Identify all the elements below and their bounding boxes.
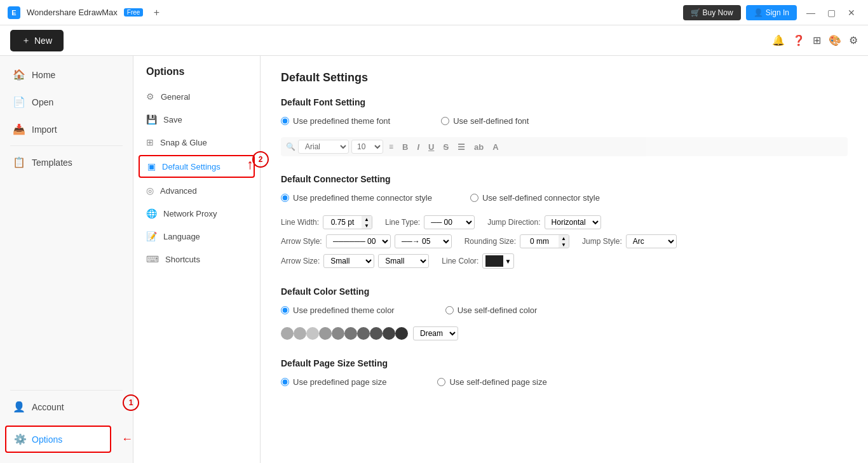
connector-radio-predefined[interactable]: Use predefined theme connector style — [281, 193, 432, 203]
options-advanced[interactable]: ◎ Advanced — [133, 179, 260, 202]
sidebar-item-account[interactable]: 👤 Account — [0, 393, 133, 420]
rounding-size-input[interactable]: 0 mm ▲ ▼ — [520, 234, 569, 248]
page-size-radio-predefined[interactable]: Use predefined page size — [281, 377, 386, 387]
page-size-radio-self-defined-input[interactable] — [437, 378, 445, 386]
minimize-button[interactable]: — — [802, 4, 820, 22]
color-section-title: Default Color Setting — [281, 286, 848, 297]
color-radio-predefined[interactable]: Use predefined theme color — [281, 305, 395, 315]
options-general[interactable]: ⚙ General — [133, 85, 260, 108]
sidebar-item-import[interactable]: 📥 Import — [0, 116, 133, 143]
default-settings-label: Default Settings — [162, 162, 220, 171]
color-radio2-label: Use self-defined color — [458, 305, 538, 315]
page-size-radio-predefined-input[interactable] — [281, 378, 289, 386]
close-button[interactable]: ✕ — [843, 4, 860, 22]
grid-icon[interactable]: ⊞ — [813, 34, 821, 46]
arrow-size-select1[interactable]: Small — [323, 254, 374, 268]
strikethrough-button[interactable]: S — [440, 141, 452, 153]
sidebar-item-home[interactable]: 🏠 Home — [0, 61, 133, 88]
underline-button[interactable]: U — [425, 141, 437, 153]
sidebar-item-templates[interactable]: 📋 Templates — [0, 149, 133, 176]
toolbar: ＋ New 🔔 ❓ ⊞ 🎨 ⚙ — [0, 25, 868, 56]
add-tab-button[interactable]: + — [149, 6, 163, 20]
content-area: Default Settings Default Font Setting Us… — [261, 56, 868, 463]
font-radio1-label: Use predefined theme font — [293, 116, 390, 126]
font-radio-self-defined-input[interactable] — [441, 117, 449, 125]
jump-direction-select[interactable]: Horizontal — [545, 215, 601, 229]
font-radio-self-defined[interactable]: Use self-defined font — [441, 116, 529, 126]
options-language[interactable]: 📝 Language — [133, 225, 260, 248]
arrow-style-select1[interactable]: ────── 00 — [326, 234, 391, 248]
line-color-picker[interactable]: ▼ — [482, 253, 514, 269]
list-button[interactable]: ☰ — [454, 141, 468, 153]
line-type-select[interactable]: ── 00 — [424, 215, 475, 229]
advanced-icon: ◎ — [146, 185, 154, 196]
color-radio-self-defined-input[interactable] — [445, 306, 454, 314]
jump-style-select[interactable]: Arc — [626, 234, 677, 248]
text-style-button[interactable]: ab — [471, 141, 487, 153]
font-radio-predefined-input[interactable] — [281, 117, 289, 125]
line-type-field: Line Type: ── 00 — [385, 215, 475, 229]
connector-radio-self-defined-input[interactable] — [470, 194, 478, 202]
toolbar-icons: 🔔 ❓ ⊞ 🎨 ⚙ — [772, 34, 858, 46]
theme-icon[interactable]: 🎨 — [829, 34, 841, 46]
font-section: Default Font Setting Use predefined them… — [281, 97, 848, 156]
font-radio2-label: Use self-defined font — [453, 116, 529, 126]
new-button[interactable]: ＋ New — [10, 30, 64, 51]
connector-radio-self-defined[interactable]: Use self-defined connector style — [470, 193, 600, 203]
color-section: Default Color Setting Use predefined the… — [281, 286, 848, 340]
sidebar-item-open[interactable]: 📄 Open — [0, 88, 133, 116]
options-default-settings[interactable]: ▣ Default Settings — [139, 155, 255, 178]
options-snap-glue[interactable]: ⊞ Snap & Glue — [133, 131, 260, 154]
align-icon[interactable]: ≡ — [386, 141, 397, 152]
font-family-select[interactable]: Arial — [298, 140, 349, 154]
arrow-style-label: Arrow Style: — [281, 237, 322, 246]
line-width-field: Line Width: 0.75 pt ▲ ▼ — [281, 215, 372, 229]
buy-now-button[interactable]: 🛒 Buy Now — [683, 5, 741, 20]
font-toolbar: 🔍 Arial 10 ≡ B I U S ☰ ab A — [281, 137, 848, 156]
window-controls: — ▢ ✕ — [802, 4, 860, 22]
color-dot-6 — [357, 327, 370, 340]
color-radio1-label: Use predefined theme color — [293, 305, 395, 315]
line-width-value: 0.75 pt — [323, 217, 362, 228]
color-scheme-select[interactable]: Dream — [413, 326, 458, 340]
options-network-proxy[interactable]: 🌐 Network Proxy — [133, 202, 260, 225]
text-color-button[interactable]: A — [489, 141, 501, 153]
options-shortcuts[interactable]: ⌨ Shortcuts — [133, 248, 260, 271]
network-icon: 🌐 — [146, 208, 157, 218]
arrow-size-select2[interactable]: Small — [378, 254, 429, 268]
notification-icon[interactable]: 🔔 — [772, 34, 785, 46]
options-save[interactable]: 💾 Save — [133, 108, 260, 131]
help-icon[interactable]: ❓ — [792, 34, 805, 46]
page-size-radio-self-defined[interactable]: Use self-defined page size — [437, 377, 546, 387]
free-badge: Free — [124, 8, 144, 17]
color-radio-self-defined[interactable]: Use self-defined color — [445, 305, 538, 315]
font-radio-predefined[interactable]: Use predefined theme font — [281, 116, 390, 126]
save-label: Save — [163, 115, 182, 124]
connector-section: Default Connector Setting Use predefined… — [281, 174, 848, 269]
rounding-size-value: 0 mm — [520, 236, 559, 247]
default-settings-icon: ▣ — [147, 161, 156, 171]
line-color-field: Line Color: ▼ — [442, 253, 514, 269]
line-width-down[interactable]: ▼ — [362, 222, 372, 229]
jump-style-label: Jump Style: — [582, 237, 622, 246]
line-type-label: Line Type: — [385, 218, 420, 227]
general-label: General — [161, 92, 190, 102]
sidebar-item-options[interactable]: ⚙️ Options — [5, 426, 111, 453]
rounding-down[interactable]: ▼ — [559, 241, 569, 248]
maximize-button[interactable]: ▢ — [822, 4, 840, 22]
font-size-select[interactable]: 10 — [351, 140, 383, 154]
rounding-up[interactable]: ▲ — [559, 235, 569, 241]
italic-button[interactable]: I — [414, 141, 423, 153]
left-sidebar: 🏠 Home 📄 Open 📥 Import 📋 Templates — [0, 56, 133, 463]
settings-icon[interactable]: ⚙ — [849, 34, 858, 46]
color-radio-predefined-input[interactable] — [281, 306, 289, 314]
connector-row3: Arrow Size: Small Small Line Color: ▼ — [281, 253, 848, 269]
language-label: Language — [163, 232, 200, 241]
sign-in-button[interactable]: 👤 Sign In — [746, 5, 797, 20]
line-width-up[interactable]: ▲ — [362, 216, 372, 222]
connector-radio-predefined-input[interactable] — [281, 194, 289, 202]
bold-button[interactable]: B — [399, 141, 411, 153]
line-width-input[interactable]: 0.75 pt ▲ ▼ — [323, 215, 372, 229]
arrow-style-select2[interactable]: ──→ 05 — [395, 234, 452, 248]
arrow-size-label: Arrow Size: — [281, 257, 320, 265]
